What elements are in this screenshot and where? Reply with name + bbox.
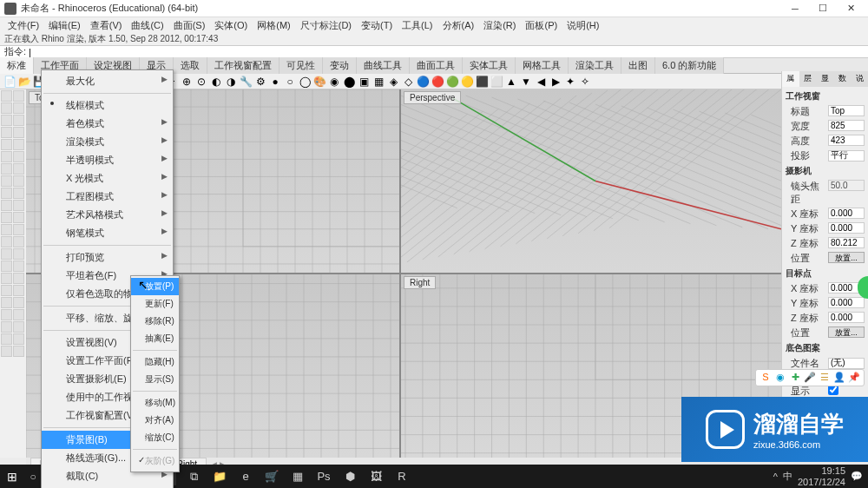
- toolbar-button[interactable]: ▦: [372, 75, 385, 89]
- start-button[interactable]: ⊞: [0, 465, 24, 488]
- toolbar-button[interactable]: 🔴: [431, 75, 444, 89]
- submenu-item[interactable]: 隐藏(H): [131, 353, 179, 371]
- taskbar-app-icon[interactable]: ⬢: [337, 465, 363, 488]
- toolbar-button[interactable]: ●: [268, 75, 282, 89]
- tool-button[interactable]: [13, 212, 24, 223]
- share-icon[interactable]: S: [760, 372, 772, 384]
- panel-tab[interactable]: 数: [833, 71, 851, 87]
- background-submenu[interactable]: 放置(P)更新(F)移除(R)抽离(E)隐藏(H)显示(S)移动(M)对齐(A)…: [130, 275, 180, 472]
- share-link-icon[interactable]: ☰: [819, 372, 831, 384]
- tool-button[interactable]: [1, 188, 12, 199]
- tool-button[interactable]: [13, 139, 24, 150]
- cortana-icon[interactable]: ○: [27, 471, 39, 483]
- tool-button[interactable]: [1, 321, 12, 333]
- tool-button[interactable]: [13, 224, 24, 235]
- taskbar-app-icon[interactable]: e: [233, 465, 259, 488]
- tool-button[interactable]: [1, 224, 12, 235]
- share-weibo-icon[interactable]: ◉: [774, 372, 786, 384]
- tool-button[interactable]: [13, 260, 24, 272]
- toolbar-button[interactable]: 🔵: [416, 75, 430, 89]
- property-input[interactable]: [828, 105, 865, 116]
- toolbar-button[interactable]: ⊙: [194, 75, 208, 89]
- toolbar-button[interactable]: 🟢: [445, 75, 459, 89]
- tool-button[interactable]: [13, 200, 24, 211]
- share-toolbar[interactable]: S ◉ ✚ 🎤 ☰ 👤 📌: [755, 369, 865, 386]
- property-input[interactable]: [828, 222, 865, 234]
- tool-button[interactable]: [13, 346, 24, 357]
- menu-item[interactable]: 网格(M): [253, 17, 294, 34]
- tool-button[interactable]: [1, 236, 12, 247]
- taskbar-app-icon[interactable]: 📁: [207, 465, 233, 488]
- toolbar-button[interactable]: ▶: [549, 75, 562, 89]
- tool-button[interactable]: [1, 297, 12, 308]
- notifications-icon[interactable]: 💬: [851, 471, 863, 482]
- submenu-item[interactable]: 放置(P): [131, 278, 179, 295]
- toolbar-button[interactable]: ◐: [209, 75, 223, 89]
- menu-item[interactable]: 面板(P): [522, 17, 561, 34]
- share-person-icon[interactable]: 👤: [833, 372, 845, 384]
- toolbar-button[interactable]: ▣: [357, 75, 371, 89]
- taskbar-clock[interactable]: 19:15 2017/12/24: [798, 465, 845, 486]
- taskbar-app-icon[interactable]: R: [389, 465, 415, 488]
- toolbar-tab[interactable]: 6.0 的新功能: [655, 57, 724, 74]
- property-input[interactable]: [828, 358, 865, 369]
- submenu-item[interactable]: 抽离(E): [131, 330, 179, 347]
- tool-button[interactable]: [13, 115, 24, 126]
- viewport-label-right[interactable]: Right: [404, 276, 436, 289]
- tool-button[interactable]: [1, 248, 12, 260]
- menu-item[interactable]: 曲面(S): [170, 17, 209, 34]
- tool-button[interactable]: [1, 333, 12, 345]
- toolbar-button[interactable]: ▲: [504, 75, 518, 89]
- toolbar-button[interactable]: ◈: [386, 75, 400, 89]
- toolbar-button[interactable]: ▼: [519, 75, 533, 89]
- toolbar-tab[interactable]: 选取: [174, 57, 207, 74]
- tool-button[interactable]: [1, 115, 12, 126]
- tool-button[interactable]: [1, 139, 12, 150]
- menu-item[interactable]: 尺寸标注(D): [297, 17, 355, 34]
- tool-button[interactable]: [13, 333, 24, 345]
- toolbar-button[interactable]: ◑: [224, 75, 238, 89]
- toolbar-button[interactable]: ◯: [298, 75, 312, 89]
- tool-button[interactable]: [1, 200, 12, 211]
- property-input[interactable]: [828, 208, 865, 219]
- menu-item[interactable]: 编辑(E): [45, 17, 84, 34]
- context-menu-item[interactable]: 着色模式▶: [42, 115, 173, 133]
- property-input[interactable]: [828, 237, 865, 248]
- menu-item[interactable]: 实体(O): [211, 17, 251, 34]
- menu-item[interactable]: 说明(H): [563, 17, 602, 34]
- property-input[interactable]: [828, 135, 865, 146]
- tool-button[interactable]: [13, 273, 24, 284]
- tool-button[interactable]: [1, 127, 12, 138]
- panel-tab[interactable]: 属: [782, 71, 799, 87]
- menu-item[interactable]: 工具(L): [398, 17, 436, 34]
- toolbar-tab[interactable]: 渲染工具: [569, 57, 621, 74]
- tool-button[interactable]: [13, 188, 24, 199]
- toolbar-tab[interactable]: 标准: [0, 57, 34, 74]
- tool-button[interactable]: [1, 163, 12, 175]
- tool-button[interactable]: [13, 285, 24, 296]
- taskbar-app-icon[interactable]: 🛒: [259, 465, 285, 488]
- property-input[interactable]: [828, 150, 865, 162]
- toolbar-button[interactable]: ◀: [534, 75, 548, 89]
- property-button[interactable]: 放置...: [828, 252, 865, 263]
- context-menu-item[interactable]: 艺术风格模式▶: [42, 206, 173, 224]
- context-menu-item[interactable]: 最大化▶: [42, 72, 173, 90]
- toolbar-tab[interactable]: 工作视窗配置: [207, 57, 279, 74]
- taskbar-app-icon[interactable]: 🖼: [363, 465, 389, 488]
- toolbar-button[interactable]: 📄: [3, 75, 16, 89]
- context-menu-item[interactable]: 打印预览▶: [42, 248, 173, 267]
- toolbar-button[interactable]: 🎨: [312, 75, 326, 89]
- toolbar-button[interactable]: ◉: [327, 75, 341, 89]
- tool-button[interactable]: [1, 90, 12, 102]
- tool-button[interactable]: [1, 212, 12, 223]
- submenu-item[interactable]: 对齐(A): [131, 412, 179, 429]
- property-input[interactable]: [828, 297, 865, 308]
- toolbar-tab[interactable]: 网格工具: [516, 57, 569, 74]
- toolbar-button[interactable]: ⊕: [180, 75, 194, 89]
- tool-button[interactable]: [13, 248, 24, 260]
- tool-button[interactable]: [1, 285, 12, 296]
- submenu-item[interactable]: 缩放(C): [131, 429, 179, 446]
- tray-ime-icon[interactable]: 中: [783, 470, 792, 483]
- context-menu-item[interactable]: 线框模式: [42, 96, 173, 115]
- toolbar-button[interactable]: 🟡: [460, 75, 474, 89]
